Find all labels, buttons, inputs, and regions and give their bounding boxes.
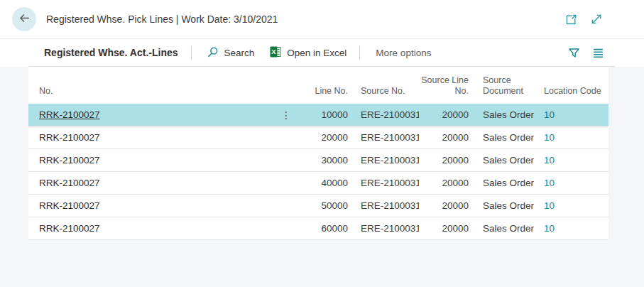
column-header-source-line-no[interactable]: Source Line No. (419, 75, 469, 104)
column-header-no[interactable]: No. (28, 86, 275, 104)
more-options-button[interactable]: More options (376, 48, 431, 58)
open-in-excel-button[interactable]: X Open in Excel (270, 46, 346, 60)
cell-line-no: 60000 (297, 223, 348, 234)
pick-lines-table: No. Line No. Source No. Source Line No. … (28, 67, 608, 240)
cell-line-no: 20000 (297, 132, 348, 143)
cell-source-no: ERE-2100031 (348, 155, 419, 166)
cell-source-line-no: 20000 (419, 223, 469, 234)
page-title: Registered Whse. Pick Lines | Work Date:… (46, 13, 278, 25)
cell-line-no: 50000 (297, 200, 348, 211)
table-row[interactable]: RRK-2100027 20000 ERE-2100031 20000 Sale… (28, 126, 608, 149)
row-menu-ellipsis-icon[interactable]: ⋮ (281, 109, 291, 121)
table-row[interactable]: RRK-2100027 ⋮ 10000 ERE-2100031 20000 Sa… (28, 104, 608, 126)
table-row[interactable]: RRK-2100027 40000 ERE-2100031 20000 Sale… (28, 172, 608, 195)
table-row[interactable]: RRK-2100027 50000 ERE-2100031 20000 Sale… (28, 195, 608, 217)
open-in-excel-label: Open in Excel (287, 48, 346, 58)
cell-source-document: Sales Order (469, 155, 543, 166)
cell-source-no: ERE-2100031 (348, 109, 419, 120)
no-link[interactable]: RRK-2100027 (39, 155, 100, 166)
excel-icon: X (270, 46, 281, 60)
svg-text:X: X (272, 48, 277, 55)
cell-line-no: 10000 (297, 109, 348, 120)
location-code-link[interactable]: 10 (544, 200, 555, 211)
page-content: No. Line No. Source No. Source Line No. … (0, 67, 644, 286)
cell-line-no: 40000 (297, 178, 348, 188)
column-header-menu (275, 97, 297, 104)
filter-icon[interactable] (568, 47, 580, 59)
location-code-link[interactable]: 10 (544, 223, 555, 234)
cell-source-line-no: 20000 (419, 132, 469, 143)
no-link[interactable]: RRK-2100027 (39, 178, 100, 188)
column-header-location-code[interactable]: Location Code (543, 86, 608, 104)
list-toolbar: Registered Whse. Act.-Lines Search X Ope… (0, 39, 644, 66)
cell-source-line-no: 20000 (419, 200, 469, 211)
cell-source-no: ERE-2100031 (348, 223, 419, 234)
no-link[interactable]: RRK-2100027 (39, 109, 100, 120)
page-header: Registered Whse. Pick Lines | Work Date:… (0, 0, 644, 39)
no-link[interactable]: RRK-2100027 (39, 223, 100, 234)
cell-source-line-no: 20000 (419, 178, 469, 188)
column-header-source-no[interactable]: Source No. (348, 86, 419, 104)
expand-fullscreen-icon[interactable] (590, 13, 603, 26)
cell-source-document: Sales Order (469, 223, 543, 234)
back-button[interactable] (12, 7, 36, 31)
cell-source-document: Sales Order (469, 109, 543, 120)
no-link[interactable]: RRK-2100027 (39, 132, 100, 143)
cell-source-document: Sales Order (469, 200, 543, 211)
toolbar-separator (359, 45, 360, 60)
search-label: Search (224, 48, 255, 58)
column-header-line-no[interactable]: Line No. (297, 86, 348, 104)
cell-line-no: 30000 (297, 155, 348, 166)
location-code-link[interactable]: 10 (544, 155, 555, 166)
no-link[interactable]: RRK-2100027 (39, 200, 100, 211)
list-caption: Registered Whse. Act.-Lines (44, 47, 178, 58)
cell-source-document: Sales Order (469, 132, 543, 143)
location-code-link[interactable]: 10 (544, 178, 555, 188)
cell-source-no: ERE-2100031 (348, 178, 419, 188)
open-in-new-window-icon[interactable] (565, 13, 577, 26)
search-icon (207, 46, 219, 60)
search-button[interactable]: Search (207, 46, 255, 60)
cell-source-document: Sales Order (469, 178, 543, 188)
column-header-source-document[interactable]: Source Document (469, 75, 543, 104)
cell-source-line-no: 20000 (419, 155, 469, 166)
cell-source-no: ERE-2100031 (348, 132, 419, 143)
back-arrow-icon (18, 12, 31, 27)
table-row[interactable]: RRK-2100027 30000 ERE-2100031 20000 Sale… (28, 149, 608, 172)
table-row[interactable]: RRK-2100027 60000 ERE-2100031 20000 Sale… (28, 217, 608, 240)
views-list-icon[interactable] (592, 47, 604, 59)
location-code-link[interactable]: 10 (544, 132, 555, 143)
table-header-row: No. Line No. Source No. Source Line No. … (28, 67, 608, 104)
cell-source-line-no: 20000 (419, 109, 469, 120)
toolbar-separator (191, 45, 192, 60)
cell-source-no: ERE-2100031 (348, 200, 419, 211)
location-code-link[interactable]: 10 (544, 109, 555, 120)
